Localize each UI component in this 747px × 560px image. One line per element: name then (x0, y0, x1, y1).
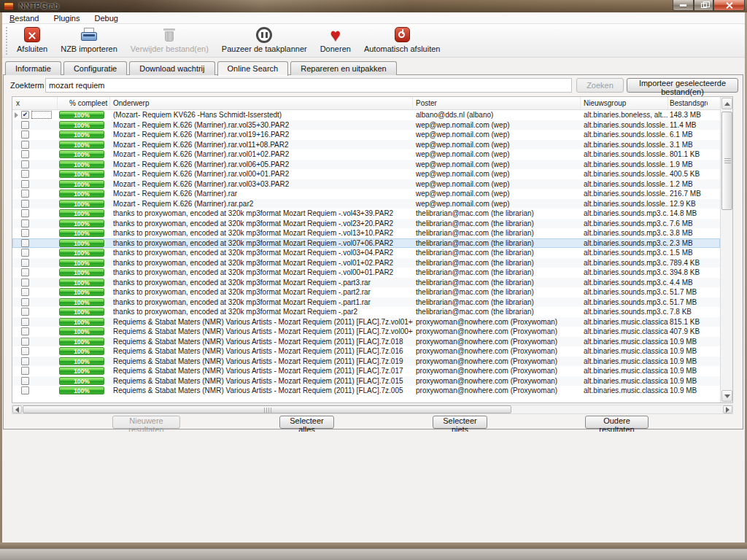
row-checkbox[interactable] (21, 141, 29, 149)
row-checkbox[interactable] (21, 327, 29, 335)
tab-download-wachtrij[interactable]: Download wachtrij (129, 61, 214, 75)
row-checkbox[interactable] (21, 357, 29, 365)
result-row[interactable]: 100%Mozart - Requiem K.626 (Marriner).ra… (12, 199, 720, 209)
vertical-scroll-thumb[interactable] (721, 112, 732, 210)
result-row[interactable]: 100%thanks to proxywoman, encoded at 320… (12, 287, 720, 298)
progress-bar: 100% (59, 318, 104, 326)
minimize-button[interactable] (673, 0, 694, 11)
scroll-up-button[interactable] (721, 98, 732, 109)
result-row[interactable]: 100%thanks to proxywoman, encoded at 320… (12, 278, 720, 288)
row-checkbox[interactable] (21, 131, 29, 139)
result-row[interactable]: 100%thanks to proxywoman, encoded at 320… (12, 307, 720, 317)
result-row[interactable]: 100%Requiems & Stabat Maters (NMR) Vario… (12, 317, 720, 327)
row-checkbox[interactable] (21, 150, 29, 158)
result-row[interactable]: 100%thanks to proxywoman, encoded at 320… (12, 219, 720, 229)
result-row[interactable]: 100%Requiems & Stabat Maters (NMR) Vario… (12, 386, 720, 395)
row-checkbox[interactable] (21, 160, 29, 168)
column-header-select[interactable]: x (12, 97, 58, 109)
row-checkbox[interactable] (21, 347, 29, 355)
result-row[interactable]: 100%Requiems & Stabat Maters (NMR) Vario… (12, 366, 720, 376)
row-checkbox[interactable] (21, 190, 29, 198)
result-row[interactable]: 100%Requiems & Stabat Maters (NMR) Vario… (12, 327, 720, 337)
import-selected-button[interactable]: Importeer geselecteerde bestand(en) (627, 78, 738, 93)
title-bar[interactable]: NNTPGrab (0, 0, 747, 12)
tab-online-search[interactable]: Online Search (217, 61, 289, 76)
row-checkbox[interactable] (21, 180, 29, 188)
toolbar-item-donate-heart[interactable]: ♥Doneren (314, 24, 357, 53)
row-checkbox[interactable] (21, 377, 29, 385)
result-row[interactable]: 100%thanks to proxywoman, encoded at 320… (12, 268, 720, 278)
result-row[interactable]: 100%Mozart - Requiem K.626 (Marriner).ra… (12, 169, 720, 179)
row-checkbox[interactable] (21, 298, 29, 306)
row-checkbox[interactable] (21, 279, 29, 287)
result-row[interactable]: 100%Requiems & Stabat Maters (NMR) Vario… (12, 357, 720, 367)
column-header-newsgroup[interactable]: Nieuwsgroup (581, 97, 668, 109)
row-checkbox[interactable] (21, 219, 29, 228)
restore-button[interactable] (694, 0, 713, 11)
tab-repareren-en-uitpakken[interactable]: Repareren en uitpakken (290, 61, 396, 75)
horizontal-scrollbar[interactable] (12, 405, 733, 414)
search-input[interactable] (45, 78, 572, 93)
result-row[interactable]: 100%Mozart - Requiem K.626 (Marriner).ra… (12, 160, 720, 170)
tab-configuratie[interactable]: Configuratie (63, 61, 127, 75)
row-checkbox[interactable] (21, 229, 29, 237)
toolbar-item-auto-shutdown[interactable]: Automatisch afsluiten (357, 24, 447, 53)
result-row[interactable]: 100%Mozart - Requiem K.626 (Marriner).ra… (12, 189, 720, 199)
tab-informatie[interactable]: Informatie (5, 61, 61, 75)
row-checkbox[interactable] (21, 259, 29, 267)
result-row[interactable]: 100%Requiems & Stabat Maters (NMR) Vario… (12, 376, 720, 386)
row-checkbox[interactable] (21, 239, 29, 247)
column-header-poster[interactable]: Poster (413, 97, 581, 109)
row-checkbox[interactable] (21, 121, 29, 129)
toolbar-item-quit[interactable]: Afsluiten (10, 24, 54, 53)
newer-results-button[interactable]: Nieuwere resultaten (112, 416, 180, 429)
poster-cell: albano@dds.nl (albano) (413, 111, 581, 119)
result-row[interactable]: 100%(Mozart- Requiem KV626 -Hans Schmidt… (12, 110, 720, 120)
result-row[interactable]: 100%thanks to proxywoman, encoded at 320… (12, 248, 720, 258)
select-all-button[interactable]: Selecteer alles (279, 416, 334, 429)
row-checkbox[interactable] (21, 111, 29, 119)
menu-item-plugins[interactable]: Plugins (46, 12, 87, 24)
result-row[interactable]: 100%Requiems & Stabat Maters (NMR) Vario… (12, 346, 720, 357)
row-checkbox[interactable] (21, 249, 29, 257)
row-checkbox[interactable] (21, 209, 29, 217)
vertical-scrollbar[interactable] (720, 97, 732, 402)
result-row[interactable]: 100%thanks to proxywoman, encoded at 320… (12, 209, 720, 219)
row-checkbox[interactable] (21, 318, 29, 326)
menu-item-bestand[interactable]: Bestand (2, 12, 46, 24)
row-checkbox[interactable] (21, 200, 29, 208)
result-row[interactable]: 100%Mozart - Requiem K.626 (Marriner).ra… (12, 130, 720, 140)
horizontal-scroll-thumb[interactable] (23, 405, 511, 413)
row-checkbox[interactable] (21, 338, 29, 346)
column-header-percent[interactable]: % compleet (58, 97, 110, 109)
newsgroup-cell: alt.binaries.music.classical (581, 386, 668, 394)
older-results-button[interactable]: Oudere resultaten (585, 416, 649, 429)
result-row[interactable]: 100%Requiems & Stabat Maters (NMR) Vario… (12, 337, 720, 347)
column-header-subject[interactable]: Onderwerp (110, 97, 413, 109)
row-checkbox[interactable] (21, 308, 29, 316)
close-button[interactable] (713, 0, 745, 11)
result-row[interactable]: 100%thanks to proxywoman, encoded at 320… (12, 298, 720, 308)
row-checkbox[interactable] (21, 288, 29, 296)
search-button[interactable]: Zoeken (576, 78, 624, 93)
row-checkbox[interactable] (21, 170, 29, 178)
expander-icon[interactable] (15, 112, 18, 118)
result-row[interactable]: 100%Mozart - Requiem K.626 (Marriner).ra… (12, 149, 720, 160)
result-row[interactable]: 100%thanks to proxywoman, encoded at 320… (12, 228, 720, 238)
menu-item-debug[interactable]: Debug (87, 12, 125, 24)
result-row[interactable]: 100%Mozart - Requiem K.626 (Marriner).ra… (12, 179, 720, 190)
toolbar-item-nzb-import[interactable]: NZB importeren (54, 24, 124, 53)
result-row[interactable]: 100%Mozart - Requiem K.626 (Marriner).ra… (12, 120, 720, 131)
column-header-size[interactable]: Bestandsgrootte (668, 97, 708, 109)
result-row[interactable]: 100%Mozart - Requiem K.626 (Marriner).ra… (12, 140, 720, 150)
select-none-button[interactable]: Selecteer niets (433, 416, 487, 429)
scroll-right-button[interactable] (723, 405, 732, 413)
toolbar-item-pause-scheduler[interactable]: Pauzeer de taakplanner (215, 24, 314, 53)
scroll-left-button[interactable] (12, 405, 22, 413)
row-checkbox[interactable] (21, 268, 29, 276)
scroll-down-button[interactable] (721, 390, 732, 402)
row-checkbox[interactable] (21, 367, 29, 375)
result-row[interactable]: 100%thanks to proxywoman, encoded at 320… (12, 258, 720, 268)
row-checkbox[interactable] (21, 386, 29, 394)
result-row[interactable]: 100%thanks to proxywoman, encoded at 320… (12, 238, 720, 249)
